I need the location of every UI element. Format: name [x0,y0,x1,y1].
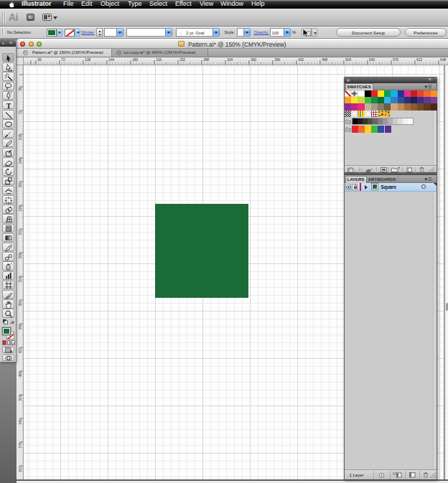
svg-text:T: T [6,102,11,110]
